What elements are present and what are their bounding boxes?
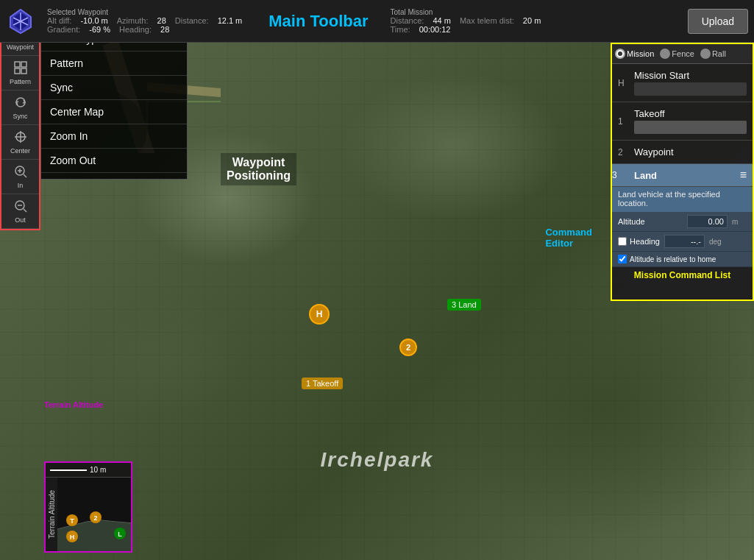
center-icon — [13, 130, 28, 146]
total-time-val: 00:00:12 — [419, 25, 451, 34]
zoom-out-icon — [13, 199, 28, 215]
total-dist-val: 44 m — [433, 16, 450, 25]
altitude-relative-checkbox[interactable] — [618, 255, 627, 263]
sidebar-waypoint-label: Waypoint — [7, 43, 34, 51]
sidebar-zoomout-label: Out — [15, 216, 26, 224]
total-time-label: Time: — [391, 25, 410, 34]
sidebar-btn-center[interactable]: Center — [1, 125, 39, 160]
svg-rect-29 — [15, 62, 20, 67]
zoom-out-tool[interactable]: Zoom Out — [41, 149, 187, 173]
svg-rect-31 — [15, 68, 20, 74]
svg-line-37 — [24, 174, 26, 177]
altitude-row: Altitude m — [612, 212, 753, 232]
mission-item-h[interactable]: H Mission Start — [612, 64, 753, 102]
terrain-altitude-outer-label: Terrain Altitude — [44, 400, 103, 409]
max-telem-label: Max telem dist: — [460, 16, 514, 25]
sidebar-btn-pattern[interactable]: Pattern — [1, 56, 39, 91]
heading-label: Heading: — [119, 25, 152, 34]
total-dist-label: Distance: — [391, 16, 424, 25]
mission-item-1[interactable]: 1 Takeoff — [612, 102, 753, 141]
sync-tool[interactable]: Sync — [41, 76, 187, 100]
total-mission-label: Total Mission — [391, 8, 541, 16]
zoom-in-tool[interactable]: Zoom In — [41, 124, 187, 149]
sidebar-btn-sync[interactable]: Sync — [1, 91, 39, 125]
svg-text:T: T — [70, 517, 74, 525]
heading-checkbox[interactable] — [618, 237, 627, 246]
waypoint-2[interactable]: 2 — [399, 339, 417, 356]
mission-item-3[interactable]: 3 Land ≡ — [612, 164, 753, 187]
altitude-input[interactable] — [687, 215, 728, 228]
waypoint-3-label[interactable]: 3 Land — [447, 299, 481, 311]
pattern-tool[interactable]: Pattern — [41, 52, 187, 76]
svg-rect-30 — [21, 62, 26, 67]
mission-item-2[interactable]: 2 Waypoint — [612, 141, 753, 164]
sidebar-btn-zoom-in[interactable]: In — [1, 160, 39, 194]
distance-val: 12.1 m — [218, 16, 243, 25]
main-toolbar: Selected Waypoint Alt diff: -10.0 m Azim… — [0, 0, 754, 43]
max-telem-val: 20 m — [523, 16, 541, 25]
selected-waypoint-label: Selected Waypoint — [47, 8, 242, 16]
sidebar-btn-zoom-out[interactable]: Out — [1, 194, 39, 229]
gradient-label: Gradient: — [47, 25, 80, 34]
azimuth-label: Azimuth: — [117, 16, 149, 25]
command-editor: Altitude m Heading deg Altitude is relat… — [612, 212, 753, 267]
svg-line-41 — [24, 209, 26, 212]
svg-text:H: H — [70, 534, 75, 541]
mode-rally[interactable]: Rall — [700, 49, 726, 59]
svg-text:L: L — [118, 531, 122, 538]
terrain-v-label: Terrain Altitude — [46, 478, 57, 551]
sync-icon — [13, 95, 28, 111]
upload-button[interactable]: Upload — [688, 9, 748, 34]
terrain-scale: 10 m — [46, 463, 131, 478]
sidebar-center-label: Center — [10, 147, 30, 155]
heading-input[interactable] — [664, 235, 705, 248]
waypoint-1-label[interactable]: 1 Takeoff — [302, 378, 343, 389]
toolbar-title: Main Toolbar — [268, 12, 368, 31]
center-map-tool[interactable]: Center Map — [41, 100, 187, 124]
mode-fence-label: Fence — [672, 49, 694, 58]
terrain-chart: Terrain Altitude T 2 H L — [46, 478, 131, 551]
altitude-relative-row: Altitude is relative to home — [612, 252, 753, 267]
right-panel: Mission Fence Rall H Mission Start 1 Tak… — [611, 43, 754, 301]
heading-val: 28 — [160, 25, 169, 34]
land-description: Land vehicle at the specified location. — [612, 187, 753, 212]
mode-mission[interactable]: Mission — [615, 49, 654, 59]
heading-row: Heading deg — [612, 232, 753, 252]
sidebar-pattern-label: Pattern — [10, 78, 31, 85]
terrain-scale-label: 10 m — [90, 466, 106, 474]
mission-start-label: Mission Start — [634, 70, 747, 81]
mission-list: H Mission Start 1 Takeoff 2 Waypoint 3 — [612, 64, 753, 212]
svg-text:2: 2 — [93, 514, 97, 522]
land-menu-icon[interactable]: ≡ — [740, 169, 747, 182]
mode-selector: Mission Fence Rall — [612, 44, 753, 64]
zoom-in-icon — [13, 164, 28, 180]
mode-fence[interactable]: Fence — [660, 49, 694, 59]
mode-mission-label: Mission — [627, 49, 654, 58]
azimuth-val: 28 — [157, 16, 166, 25]
svg-rect-32 — [21, 68, 26, 74]
sidebar-sync-label: Sync — [13, 113, 27, 120]
pattern-icon — [13, 60, 28, 77]
total-mission-section: Total Mission Distance: 44 m Max telem d… — [391, 8, 541, 34]
mission-command-list-label: Mission Command List — [612, 267, 753, 282]
selected-waypoint-section: Selected Waypoint Alt diff: -10.0 m Azim… — [47, 8, 242, 34]
alt-diff-label: Alt diff: — [47, 16, 71, 25]
waypoint-h[interactable]: H — [309, 304, 330, 325]
alt-diff-val: -10.0 m — [80, 16, 107, 25]
distance-label: Distance: — [175, 16, 209, 25]
terrain-altitude-panel: 10 m Terrain Altitude T 2 H — [44, 461, 132, 553]
gradient-val: -69 % — [89, 25, 110, 34]
sidebar-zoomin-label: In — [18, 182, 24, 189]
mode-rally-label: Rall — [712, 49, 726, 58]
app-logo — [6, 7, 35, 36]
